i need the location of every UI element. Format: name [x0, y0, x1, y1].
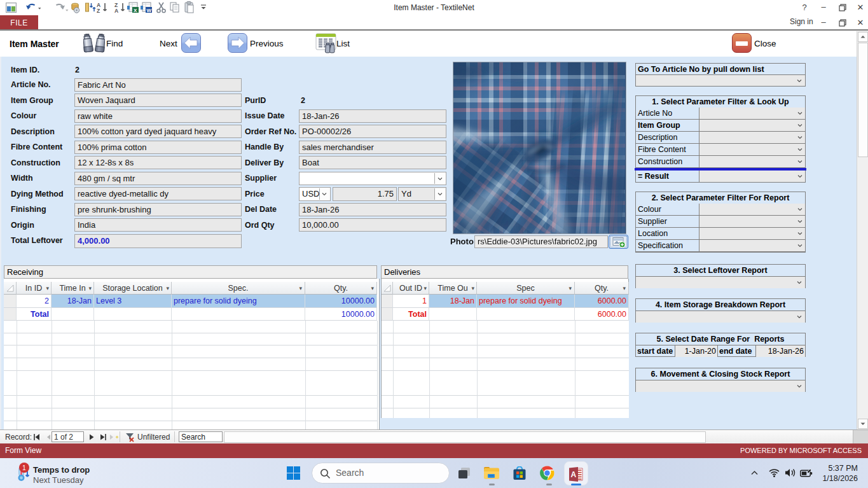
svg-text:A: A	[114, 8, 118, 13]
svg-text:W: W	[147, 8, 152, 13]
svg-text:A: A	[571, 470, 577, 479]
svg-text:X: X	[134, 8, 137, 13]
svg-text:Z: Z	[97, 8, 100, 13]
